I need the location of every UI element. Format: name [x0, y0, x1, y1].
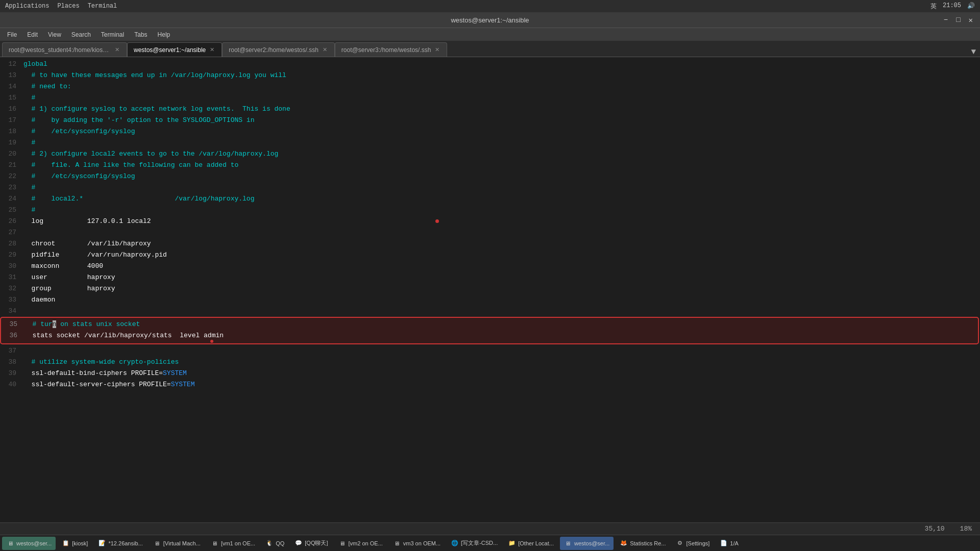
taskbar-item-12[interactable]: 🖥 westos@ser... [560, 537, 614, 550]
line-36: 36 stats socket /var/lib/haproxy/stats l… [1, 330, 978, 341]
tab-1-close[interactable]: ✕ [114, 46, 120, 54]
line-27: 27 [0, 227, 980, 238]
menu-edit[interactable]: Edit [23, 30, 42, 39]
taskbar-icon-13: 🦊 [620, 539, 628, 547]
system-bar-right: 英 21:05 🔊 [930, 2, 975, 11]
line-23: 23 # [0, 182, 980, 193]
taskbar-item-3[interactable]: 📝 *12.26ansib... [94, 537, 146, 550]
taskbar-label-3: *12.26ansib... [108, 540, 142, 546]
taskbar-label-15: 1/A [730, 540, 739, 546]
menu-search[interactable]: Search [67, 30, 95, 39]
cursor-position: 35,10 [925, 525, 945, 533]
taskbar-icon-5: 🖥 [211, 539, 219, 547]
places-menu[interactable]: Places [57, 3, 79, 10]
tab-1[interactable]: root@westos_student4:/home/kiosk/Desktop… [2, 42, 127, 57]
taskbar-icon-15: 📄 [720, 539, 728, 547]
line-28: 28 chroot /var/lib/haproxy [0, 238, 980, 249]
line-25: 25 # [0, 204, 980, 215]
taskbar-label-8: [vm2 on OE... [349, 540, 383, 546]
taskbar-icon-8: 🖥 [338, 539, 347, 547]
tab-4-close[interactable]: ✕ [434, 46, 440, 54]
red-dot [435, 219, 439, 223]
taskbar-item-13[interactable]: 🦊 Statistics Re... [616, 537, 670, 550]
taskbar-item-4[interactable]: 🖥 [Virtual Mach... [149, 537, 205, 550]
line-33: 33 daemon [0, 294, 980, 305]
system-bar: Applications Places Terminal 英 21:05 🔊 [0, 0, 980, 12]
line-34: 34 [0, 305, 980, 316]
menu-tabs[interactable]: Tabs [130, 30, 151, 39]
clock: 21:05 [943, 2, 961, 11]
window-title: westos@server1:~/ansible [451, 16, 529, 24]
taskbar-icon-11: 📁 [508, 539, 516, 547]
taskbar-icon-7: 💬 [295, 539, 303, 547]
tabs-extra: ▼ [971, 47, 978, 57]
taskbar-item-6[interactable]: 🐧 QQ [261, 537, 288, 550]
taskbar-label-10: [写文章-CSD... [461, 539, 498, 547]
taskbar-label-14: [Settings] [686, 540, 709, 546]
maximize-button[interactable]: □ [954, 16, 962, 24]
tabs-bar: root@westos_student4:/home/kiosk/Desktop… [0, 41, 980, 57]
highlight-block: 35 # turn on stats unix socket 36 stats … [0, 317, 979, 344]
taskbar-label-4: [Virtual Mach... [163, 540, 201, 546]
line-38: 38 # utilize system-wide crypto-policies [0, 356, 980, 367]
minimize-button[interactable]: − [942, 16, 950, 24]
menu-terminal[interactable]: Terminal [97, 30, 128, 39]
taskbar-label-1: westos@ser... [16, 540, 52, 546]
taskbar-item-9[interactable]: 🖥 vm3 on OEM... [389, 537, 445, 550]
taskbar-label-7: [QQ聊天] [305, 539, 328, 547]
tab-4[interactable]: root@server3:/home/westos/.ssh ✕ [335, 42, 448, 57]
line-20: 20 # 2) configure local2 events to go to… [0, 148, 980, 159]
taskbar-item-7[interactable]: 💬 [QQ聊天] [290, 537, 332, 550]
line-17: 17 # by adding the '-r' option to the SY… [0, 114, 980, 126]
taskbar-label-13: Statistics Re... [630, 540, 666, 546]
red-dot-2 [210, 340, 213, 343]
taskbar-item-10[interactable]: 🌐 [写文章-CSD... [447, 537, 502, 550]
tab-2-label: westos@server1:~/ansible [134, 46, 206, 54]
taskbar-item-5[interactable]: 🖥 [vm1 on OE... [207, 537, 259, 550]
editor-area[interactable]: 12 global 13 # to have these messages en… [0, 57, 980, 522]
line-30: 30 maxconn 4000 [0, 260, 980, 271]
taskbar-item-15[interactable]: 📄 1/A [716, 537, 743, 550]
line-40: 40 ssl-default-server-ciphers PROFILE=SY… [0, 379, 980, 390]
menu-help[interactable]: Help [154, 30, 175, 39]
line-15: 15 # [0, 92, 980, 103]
close-button[interactable]: ✕ [967, 16, 975, 24]
tab-3-close[interactable]: ✕ [322, 46, 328, 54]
taskbar-label-5: [vm1 on OE... [221, 540, 255, 546]
tab-3[interactable]: root@server2:/home/westos/.ssh ✕ [222, 42, 335, 57]
taskbar-item-2[interactable]: 📋 [kiosk] [58, 537, 92, 550]
line-37: 37 [0, 345, 980, 356]
tabs-menu-icon[interactable]: ▼ [971, 47, 976, 57]
menu-bar: File Edit View Search Terminal Tabs Help [0, 28, 980, 41]
taskbar-icon-12: 🖥 [564, 539, 572, 547]
taskbar-label-11: [Other Locat... [518, 540, 554, 546]
language-indicator: 英 [930, 2, 937, 11]
taskbar-icon-6: 🐧 [265, 539, 274, 547]
taskbar-item-11[interactable]: 📁 [Other Locat... [504, 537, 558, 550]
taskbar-item-14[interactable]: ⚙ [Settings] [672, 537, 714, 550]
window-controls: − □ ✕ [942, 16, 975, 24]
taskbar-item-1[interactable]: 🖥 westos@ser... [2, 537, 56, 550]
line-35: 35 # turn on stats unix socket [1, 318, 978, 330]
applications-menu[interactable]: Applications [5, 3, 49, 10]
line-39: 39 ssl-default-bind-ciphers PROFILE=SYST… [0, 367, 980, 379]
taskbar: 🖥 westos@ser... 📋 [kiosk] 📝 *12.26ansib.… [0, 535, 980, 551]
tab-4-label: root@server3:/home/westos/.ssh [341, 46, 431, 54]
line-14: 14 # need to: [0, 81, 980, 92]
tab-2-close[interactable]: ✕ [209, 46, 215, 54]
line-26: 26 log 127.0.0.1 local2 [0, 215, 980, 227]
line-16: 16 # 1) configure syslog to accept netwo… [0, 103, 980, 114]
terminal-window: westos@server1:~/ansible − □ ✕ File Edit… [0, 12, 980, 551]
taskbar-icon-14: ⚙ [676, 539, 684, 547]
status-bar: 35,10 18% [0, 522, 980, 535]
tab-2[interactable]: westos@server1:~/ansible ✕ [127, 42, 222, 57]
menu-view[interactable]: View [44, 30, 65, 39]
menu-file[interactable]: File [3, 30, 21, 39]
taskbar-label-9: vm3 on OEM... [403, 540, 440, 546]
taskbar-icon-3: 📝 [98, 539, 106, 547]
volume-icon[interactable]: 🔊 [967, 2, 975, 11]
terminal-menu[interactable]: Terminal [88, 3, 117, 10]
taskbar-label-12: westos@ser... [574, 540, 609, 546]
taskbar-item-8[interactable]: 🖥 [vm2 on OE... [334, 537, 387, 550]
line-18: 18 # /etc/sysconfig/syslog [0, 126, 980, 137]
